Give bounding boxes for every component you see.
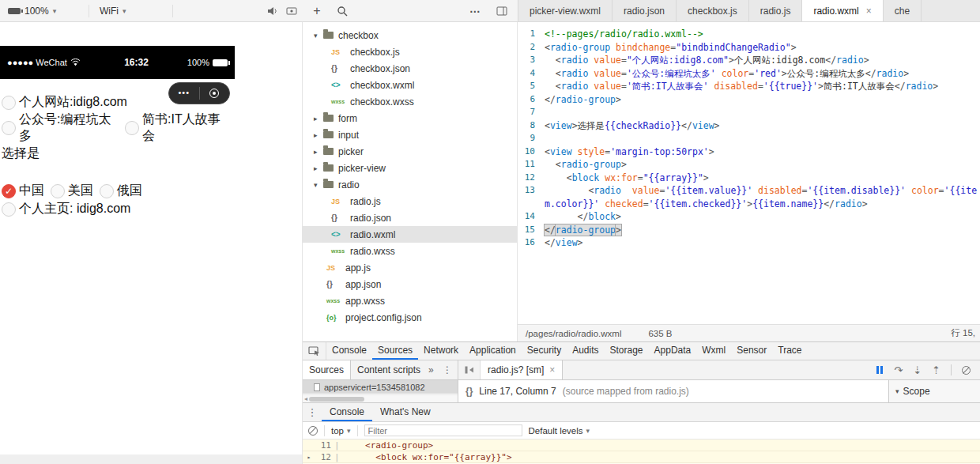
tree-folder-input[interactable]: ▸input xyxy=(303,126,517,143)
inspect-icon xyxy=(308,346,320,356)
tree-file-checkbox.wxss[interactable]: wxsscheckbox.wxss xyxy=(303,93,517,110)
navigator-tab-sources[interactable]: Sources xyxy=(303,360,351,379)
console-message[interactable]: ▸12| <block wx:for="{{array}}"> xyxy=(303,451,980,463)
navigator-hscrollbar[interactable]: ◂ xyxy=(303,394,458,402)
radio-option[interactable]: 美国 xyxy=(51,183,93,199)
devtools-tab-storage[interactable]: Storage xyxy=(605,342,649,360)
network-selector[interactable]: WiFi ▾ xyxy=(100,0,126,21)
step-out-button[interactable]: ⇡ xyxy=(932,364,940,376)
close-icon[interactable]: × xyxy=(549,364,555,375)
inspect-element-button[interactable] xyxy=(303,342,326,360)
deactivate-breakpoints-button[interactable] xyxy=(962,366,971,375)
step-into-button[interactable]: ⇣ xyxy=(913,364,922,376)
drawer-menu-button[interactable]: ⋮ xyxy=(303,403,322,421)
code-token: view xyxy=(550,120,572,131)
screenshot-button[interactable] xyxy=(283,2,300,20)
chevron-right-icon[interactable]: ▸ xyxy=(314,115,323,123)
code-token: style xyxy=(578,146,605,157)
radio-option[interactable]: 简书:IT人故事会 xyxy=(125,111,228,145)
chevron-right-icon[interactable]: ▸ xyxy=(314,131,323,139)
panel-toggle-button[interactable] xyxy=(493,2,511,20)
devtools-tab-wxml[interactable]: Wxml xyxy=(696,342,731,360)
console-drawer-tab-what-s-new[interactable]: What's New xyxy=(372,403,439,421)
tree-file-app.js[interactable]: JSapp.js xyxy=(303,259,517,276)
tree-file-checkbox.json[interactable]: {}checkbox.json xyxy=(303,60,517,77)
clear-console-button[interactable] xyxy=(308,426,318,436)
add-compile-mode-button[interactable]: + xyxy=(308,2,326,20)
devtools-tab-appdata[interactable]: AppData xyxy=(649,342,697,360)
devtools-tab-sources[interactable]: Sources xyxy=(372,342,418,360)
step-over-button[interactable]: ↷ xyxy=(894,364,903,376)
chevron-right-icon[interactable]: ▸ xyxy=(314,164,323,172)
devtools-tab-sensor[interactable]: Sensor xyxy=(731,342,772,360)
devtools-tab-network[interactable]: Network xyxy=(418,342,464,360)
devtools-tab-application[interactable]: Application xyxy=(464,342,522,360)
console-drawer-tab-console[interactable]: Console xyxy=(322,403,372,421)
devtools-tab-security[interactable]: Security xyxy=(522,342,567,360)
tree-file-radio.js[interactable]: JSradio.js xyxy=(303,193,517,209)
search-button[interactable] xyxy=(334,2,351,20)
radio-unchecked-icon[interactable] xyxy=(2,121,16,135)
editor-tab-checkbox.js[interactable]: checkbox.js xyxy=(677,0,749,21)
execution-context-selector[interactable]: top ▾ xyxy=(331,426,351,436)
navigator-tab-content-scripts[interactable]: Content scripts xyxy=(351,360,427,379)
radio-option[interactable]: 俄国 xyxy=(100,183,142,199)
tree-file-checkbox.wxml[interactable]: <>checkbox.wxml xyxy=(303,77,517,93)
editor-tab-radio.wxml[interactable]: radio.wxml× xyxy=(802,0,883,21)
chevron-down-icon[interactable]: ▾ xyxy=(314,32,323,40)
tree-file-radio.wxml[interactable]: <>radio.wxml xyxy=(303,226,517,243)
radio-unchecked-icon[interactable] xyxy=(2,202,16,217)
close-tab-icon[interactable]: × xyxy=(866,6,872,17)
devtools-tab-trace[interactable]: Trace xyxy=(772,342,807,360)
devtools-tab-audits[interactable]: Audits xyxy=(567,342,604,360)
tree-file-app.wxss[interactable]: wxssapp.wxss xyxy=(303,292,517,309)
radio-option[interactable]: 公众号:编程坑太多 xyxy=(2,111,119,145)
devtools-tab-console[interactable]: Console xyxy=(326,342,372,360)
tree-folder-form[interactable]: ▸form xyxy=(303,110,517,126)
radio-unchecked-icon[interactable] xyxy=(125,121,139,135)
hide-navigator-button[interactable] xyxy=(458,360,481,379)
scope-section-header[interactable]: ▾ Scope xyxy=(888,380,980,402)
radio-unchecked-icon[interactable] xyxy=(2,96,16,110)
editor-tab-radio.json[interactable]: radio.json xyxy=(612,0,677,21)
editor-tab-radio.js[interactable]: radio.js xyxy=(749,0,803,21)
tree-folder-checkbox[interactable]: ▾checkbox xyxy=(303,27,517,43)
code-token: > xyxy=(729,55,734,66)
radio-unchecked-icon[interactable] xyxy=(51,184,65,198)
radio-option[interactable]: 个人主页: idig8.com xyxy=(2,201,130,217)
chevron-right-icon[interactable]: ▸ xyxy=(314,148,323,156)
console-filter-input[interactable] xyxy=(364,424,522,436)
expand-triangle-icon[interactable]: ▸ xyxy=(303,454,315,461)
tree-folder-radio[interactable]: ▾radio xyxy=(303,176,517,193)
tree-folder-picker-view[interactable]: ▸picker-view xyxy=(303,160,517,176)
radio-option[interactable]: ✓中国 xyxy=(2,183,44,199)
tree-file-project.config.json[interactable]: {o}project.config.json xyxy=(303,309,517,326)
scrollbar-thumb[interactable] xyxy=(309,397,364,402)
source-file-tab[interactable]: radio.js? [sm] × xyxy=(481,360,563,379)
tree-folder-picker[interactable]: ▸picker xyxy=(303,143,517,160)
filter-divider xyxy=(324,425,325,436)
scroll-left-icon[interactable]: ◂ xyxy=(303,395,309,402)
overflow-tabs-icon[interactable]: » xyxy=(427,360,435,379)
editor-tab-picker-view.wxml[interactable]: picker-view.wxml xyxy=(518,0,612,21)
editor-tab-che[interactable]: che xyxy=(884,0,922,21)
editor-tab-label: radio.wxml xyxy=(813,6,858,17)
radio-checked-icon[interactable]: ✓ xyxy=(2,184,16,198)
code-editor[interactable]: 1<!--pages/radio/radio.wxml-->2<radio-gr… xyxy=(518,22,980,324)
navigator-selected-file[interactable]: appservicert=1534581082 xyxy=(303,380,458,394)
tree-file-radio.wxss[interactable]: wxssradio.wxss xyxy=(303,243,517,259)
log-levels-selector[interactable]: Default levels ▾ xyxy=(529,426,590,436)
radio-option[interactable]: 个人网站:idig8.com xyxy=(2,94,127,111)
chevron-down-icon[interactable]: ▾ xyxy=(314,181,323,189)
radio-option-label: 美国 xyxy=(68,183,93,199)
battery-selector[interactable]: 100% ▾ xyxy=(8,0,56,21)
mute-button[interactable] xyxy=(264,2,281,20)
tree-file-radio.json[interactable]: {}radio.json xyxy=(303,209,517,226)
tree-file-app.json[interactable]: {}app.json xyxy=(303,276,517,292)
navigator-menu-icon[interactable]: ⋮ xyxy=(437,360,458,379)
radio-unchecked-icon[interactable] xyxy=(100,184,114,198)
tree-file-checkbox.js[interactable]: JScheckbox.js xyxy=(303,43,517,60)
pause-script-button[interactable] xyxy=(876,365,884,375)
console-message[interactable]: 11| <radio-group> xyxy=(303,439,980,451)
more-menu-button[interactable]: ⋯ xyxy=(466,2,484,20)
